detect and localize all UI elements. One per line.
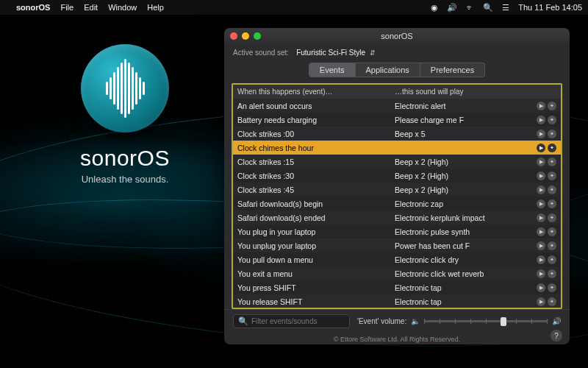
add-icon[interactable]: ✦ — [548, 213, 556, 222]
row-event: Clock chimes the hour — [233, 144, 390, 152]
table-row[interactable]: Clock chimes the hour▶✦ — [233, 141, 561, 155]
row-sound: Electronic click wet reverb — [390, 269, 528, 278]
window-footer: 🔍 'Event' volume: 🔈 🔊 — [224, 309, 570, 333]
tab-applications[interactable]: Applications — [356, 63, 420, 77]
row-event: Clock strikes :45 — [233, 185, 390, 194]
brand-tagline: Unleash the sounds. — [29, 174, 220, 185]
add-icon[interactable]: ✦ — [548, 255, 556, 264]
table-row[interactable]: You pull down a menuElectronic click dry… — [233, 252, 561, 266]
column-event-header[interactable]: When this happens (event)… — [233, 85, 390, 99]
add-icon[interactable]: ✦ — [548, 116, 556, 124]
search-field[interactable]: 🔍 — [233, 314, 350, 328]
play-icon[interactable]: ▶ — [537, 130, 545, 138]
table-row[interactable]: You press SHIFTElectronic tap▶✦ — [233, 280, 561, 294]
add-icon[interactable]: ✦ — [548, 241, 556, 250]
table-row[interactable]: You plug in your laptopElectronic pulse … — [233, 224, 561, 238]
table-row[interactable]: You unplug your laptopPower has been cut… — [233, 238, 561, 252]
volume-icon[interactable]: 🔊 — [447, 3, 457, 13]
add-icon[interactable]: ✦ — [548, 227, 556, 236]
table-row[interactable]: Clock strikes :45Beep x 2 (High)▶✦ — [233, 183, 561, 197]
table-row[interactable]: Clock strikes :00Beep x 5▶✦ — [233, 127, 561, 141]
table-row[interactable]: Safari download(s) beginElectronic zap▶✦ — [233, 197, 561, 210]
wifi-icon[interactable]: ᯤ — [466, 3, 474, 12]
add-icon[interactable]: ✦ — [548, 158, 556, 166]
add-icon[interactable]: ✦ — [548, 185, 556, 194]
row-sound: Electronic zap — [390, 199, 528, 208]
app-logo-icon — [81, 44, 169, 132]
row-event: You unplug your laptop — [233, 241, 390, 250]
control-center-icon[interactable]: ☰ — [502, 3, 509, 13]
window-title: sonorOS — [224, 32, 570, 40]
tab-events[interactable]: Events — [309, 63, 356, 77]
volume-slider-thumb[interactable] — [501, 317, 506, 326]
soundset-select[interactable]: Futuristic Sci-Fi Style ⇵ — [296, 49, 376, 57]
row-event: Safari download(s) begin — [233, 199, 390, 208]
table-row[interactable]: Clock strikes :15Beep x 2 (High)▶✦ — [233, 155, 561, 169]
add-icon[interactable]: ✦ — [548, 283, 556, 292]
spotlight-icon[interactable]: 🔍 — [483, 3, 493, 13]
play-icon[interactable]: ▶ — [537, 199, 545, 208]
row-sound: Electronic tap — [390, 283, 528, 292]
play-icon[interactable]: ▶ — [537, 227, 545, 236]
app-branding: sonorOS Unleash the sounds. — [29, 44, 220, 185]
status-app-icon[interactable]: ◉ — [431, 3, 438, 13]
row-event: Clock strikes :00 — [233, 130, 390, 138]
menu-help[interactable]: Help — [147, 3, 164, 12]
close-button[interactable] — [230, 32, 237, 40]
play-icon[interactable]: ▶ — [537, 269, 545, 278]
minimize-button[interactable] — [242, 32, 249, 40]
column-sound-header[interactable]: …this sound will play — [390, 85, 528, 99]
play-icon[interactable]: ▶ — [537, 297, 545, 306]
add-icon[interactable]: ✦ — [548, 102, 556, 110]
play-icon[interactable]: ▶ — [537, 185, 545, 194]
play-icon[interactable]: ▶ — [537, 102, 545, 110]
table-header: When this happens (event)… …this sound w… — [233, 85, 561, 99]
row-event: You press SHIFT — [233, 283, 390, 292]
table-row[interactable]: Battery needs chargingPlease charge me F… — [233, 113, 561, 127]
play-icon[interactable]: ▶ — [537, 144, 545, 152]
help-button[interactable]: ? — [551, 330, 562, 342]
add-icon[interactable]: ✦ — [548, 171, 556, 180]
table-row[interactable]: Clock strikes :30Beep x 2 (High)▶✦ — [233, 169, 561, 183]
search-input[interactable] — [251, 317, 345, 325]
window-titlebar[interactable]: sonorOS — [224, 28, 570, 44]
menubar-clock[interactable]: Thu 11 Feb 14:05 — [518, 3, 582, 12]
soundset-label: Active sound set: — [233, 49, 289, 57]
add-icon[interactable]: ✦ — [548, 269, 556, 278]
add-icon[interactable]: ✦ — [548, 199, 556, 208]
chevron-updown-icon: ⇵ — [370, 49, 376, 57]
play-icon[interactable]: ▶ — [537, 213, 545, 222]
play-icon[interactable]: ▶ — [537, 241, 545, 250]
tab-preferences[interactable]: Preferences — [420, 63, 485, 77]
row-event: You release SHIFT — [233, 297, 390, 306]
play-icon[interactable]: ▶ — [537, 158, 545, 166]
menu-edit[interactable]: Edit — [84, 3, 98, 12]
row-sound: Beep x 5 — [390, 130, 528, 138]
brand-title: sonorOS — [29, 146, 220, 171]
play-icon[interactable]: ▶ — [537, 255, 545, 264]
add-icon[interactable]: ✦ — [548, 144, 556, 152]
row-event: Safari download(s) ended — [233, 213, 390, 222]
table-row[interactable]: Safari download(s) endedElectronic kerpl… — [233, 210, 561, 224]
add-icon[interactable]: ✦ — [548, 130, 556, 138]
app-window: sonorOS Active sound set: Futuristic Sci… — [224, 28, 570, 344]
table-row[interactable]: You release SHIFTElectronic tap▶✦ — [233, 294, 561, 308]
menu-bar: sonorOS File Edit Window Help ◉ 🔊 ᯤ 🔍 ☰ … — [0, 0, 588, 15]
table-row[interactable]: You exit a menuElectronic click wet reve… — [233, 266, 561, 280]
table-row[interactable]: An alert sound occursElectronic alert▶✦ — [233, 99, 561, 113]
play-icon[interactable]: ▶ — [537, 283, 545, 292]
menu-file[interactable]: File — [60, 3, 74, 12]
menubar-app-name[interactable]: sonorOS — [16, 3, 50, 12]
row-event: Clock strikes :15 — [233, 158, 390, 166]
play-icon[interactable]: ▶ — [537, 171, 545, 180]
row-sound: Electronic pulse synth — [390, 227, 528, 236]
menu-window[interactable]: Window — [108, 3, 137, 12]
speaker-high-icon: 🔊 — [552, 317, 561, 325]
column-actions-header — [528, 85, 561, 99]
row-sound: Electronic click dry — [390, 255, 528, 264]
zoom-button[interactable] — [254, 32, 261, 40]
add-icon[interactable]: ✦ — [548, 297, 556, 306]
row-sound: Beep x 2 (High) — [390, 171, 528, 180]
play-icon[interactable]: ▶ — [537, 116, 545, 124]
volume-slider[interactable] — [424, 320, 548, 322]
